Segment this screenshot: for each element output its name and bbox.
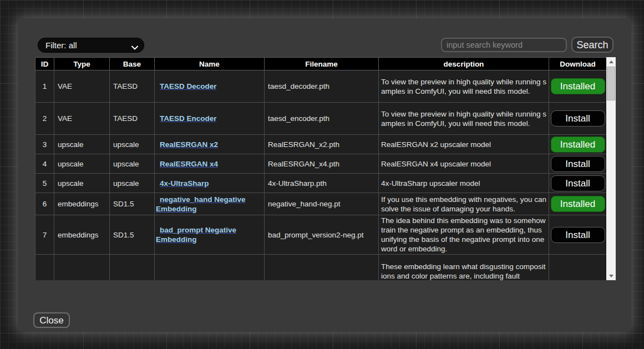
cell-type: embeddings xyxy=(54,193,110,215)
close-button[interactable]: Close xyxy=(33,312,70,328)
model-table-viewport: IDTypeBaseNameFilenamedescriptionDownloa… xyxy=(35,57,606,280)
cell-base: TAESD xyxy=(110,70,155,103)
table-row: 4 upscale upscale RealESRGAN x4 RealESRG… xyxy=(36,154,607,174)
cell-filename: negative_hand-neg.pt xyxy=(265,193,379,215)
column-header-id: ID xyxy=(36,58,54,70)
table-row: 6 embeddings SD1.5 negative_hand Negativ… xyxy=(36,193,607,215)
table-scrollbar[interactable] xyxy=(606,57,616,280)
scroll-up-button[interactable] xyxy=(606,57,616,66)
cell-description: 4x-UltraSharp upscaler model xyxy=(379,174,549,193)
column-header-name: Name xyxy=(155,58,265,70)
cell-name: 4x-UltraSharp xyxy=(155,174,265,193)
cell-download: Installed xyxy=(549,135,607,154)
cell-base: SD1.5 xyxy=(110,193,155,215)
cell-base xyxy=(110,255,155,281)
cell-download: Installed xyxy=(549,70,607,103)
cell-id: 7 xyxy=(36,215,54,255)
cell-type: VAE xyxy=(54,103,110,135)
model-name-link[interactable]: RealESRGAN x4 xyxy=(160,160,218,168)
cell-name: bad_prompt Negative Embedding xyxy=(155,215,265,255)
cell-download: Install xyxy=(549,103,607,135)
scrollbar-thumb[interactable] xyxy=(607,67,615,100)
download-button[interactable]: Install xyxy=(551,175,605,191)
cell-type: VAE xyxy=(54,70,110,103)
scroll-down-icon xyxy=(609,275,613,277)
column-header-base: Base xyxy=(110,58,155,70)
cell-type: embeddings xyxy=(54,215,110,255)
cell-id: 2 xyxy=(36,103,54,135)
model-name-link[interactable]: bad_prompt Negative Embedding xyxy=(156,226,236,244)
cell-type: upscale xyxy=(54,135,110,154)
cell-filename: 4x-UltraSharp.pth xyxy=(265,174,379,193)
model-table: IDTypeBaseNameFilenamedescriptionDownloa… xyxy=(35,57,606,280)
column-header-type: Type xyxy=(54,58,110,70)
cell-id: 6 xyxy=(36,193,54,215)
cell-id: 3 xyxy=(36,135,54,154)
scroll-down-button[interactable] xyxy=(606,271,616,280)
cell-name: TAESD Decoder xyxy=(155,70,265,103)
cell-download: Install xyxy=(549,215,607,255)
table-row: These embedding learn what disgusting co… xyxy=(36,255,607,281)
model-name-link[interactable]: negative_hand Negative Embedding xyxy=(156,195,246,213)
cell-base: upscale xyxy=(110,135,155,154)
cell-base: SD1.5 xyxy=(110,215,155,255)
download-button[interactable]: Installed xyxy=(551,136,605,153)
cell-download: Install xyxy=(549,154,607,174)
cell-name: negative_hand Negative Embedding xyxy=(155,193,265,215)
download-button[interactable]: Install xyxy=(551,227,605,243)
table-row: 2 VAE TAESD TAESD Encoder taesd_encoder.… xyxy=(36,103,607,135)
cell-filename: RealESRGAN_x2.pth xyxy=(265,135,379,154)
download-button[interactable]: Install xyxy=(551,110,605,127)
cell-description: If you use this embedding with negatives… xyxy=(379,193,549,215)
cell-id xyxy=(36,255,54,281)
cell-filename: bad_prompt_version2-neg.pt xyxy=(265,215,379,255)
cell-type: upscale xyxy=(54,154,110,174)
cell-name xyxy=(155,255,265,281)
install-models-dialog: Filter: all Search IDTypeBaseNameFilenam… xyxy=(18,18,631,332)
model-name-link[interactable]: RealESRGAN x2 xyxy=(160,140,218,149)
table-row: 5 upscale upscale 4x-UltraSharp 4x-Ultra… xyxy=(36,174,607,193)
filter-select-wrap: Filter: all xyxy=(38,38,144,53)
cell-download: Installed xyxy=(549,193,607,215)
cell-base: upscale xyxy=(110,174,155,193)
model-name-link[interactable]: TAESD Decoder xyxy=(160,82,217,90)
cell-description: These embedding learn what disgusting co… xyxy=(379,255,549,281)
table-row: 1 VAE TAESD TAESD Decoder taesd_decoder.… xyxy=(36,70,607,103)
column-header-description: description xyxy=(379,58,549,70)
search-input[interactable] xyxy=(441,38,567,52)
cell-type: upscale xyxy=(54,174,110,193)
cell-name: RealESRGAN x2 xyxy=(155,135,265,154)
cell-type xyxy=(54,255,110,281)
cell-base: upscale xyxy=(110,154,155,174)
cell-name: RealESRGAN x4 xyxy=(155,154,265,174)
model-name-link[interactable]: 4x-UltraSharp xyxy=(160,179,209,188)
filter-select[interactable]: Filter: all xyxy=(38,38,144,53)
scroll-up-icon xyxy=(609,60,613,63)
cell-description: To view the preview in high quality whil… xyxy=(379,70,549,103)
cell-description: RealESRGAN x4 upscaler model xyxy=(379,154,549,174)
cell-description: To view the preview in high quality whil… xyxy=(379,103,549,135)
comfyui-canvas: { "colors": { "accent_green": "#1e8c1e",… xyxy=(0,0,644,349)
cell-filename: taesd_decoder.pth xyxy=(265,70,379,103)
model-table-body: 1 VAE TAESD TAESD Decoder taesd_decoder.… xyxy=(36,70,607,281)
cell-filename xyxy=(265,255,379,281)
table-row: 7 embeddings SD1.5 bad_prompt Negative E… xyxy=(36,215,607,255)
column-header-download: Download xyxy=(549,58,607,70)
model-table-head-row: IDTypeBaseNameFilenamedescriptionDownloa… xyxy=(36,58,607,70)
column-header-filename: Filename xyxy=(265,58,379,70)
cell-download: Install xyxy=(549,174,607,193)
cell-id: 1 xyxy=(36,70,54,103)
cell-download xyxy=(549,255,607,281)
cell-description: The idea behind this embedding was to so… xyxy=(379,215,549,255)
cell-id: 4 xyxy=(36,154,54,174)
download-button[interactable]: Installed xyxy=(551,78,605,94)
search-button[interactable]: Search xyxy=(571,37,613,53)
cell-id: 5 xyxy=(36,174,54,193)
cell-filename: taesd_encoder.pth xyxy=(265,103,379,135)
cell-filename: RealESRGAN_x4.pth xyxy=(265,154,379,174)
model-name-link[interactable]: TAESD Encoder xyxy=(160,114,217,123)
cell-name: TAESD Encoder xyxy=(155,103,265,135)
download-button[interactable]: Installed xyxy=(551,196,605,212)
download-button[interactable]: Install xyxy=(551,156,605,172)
table-row: 3 upscale upscale RealESRGAN x2 RealESRG… xyxy=(36,135,607,154)
